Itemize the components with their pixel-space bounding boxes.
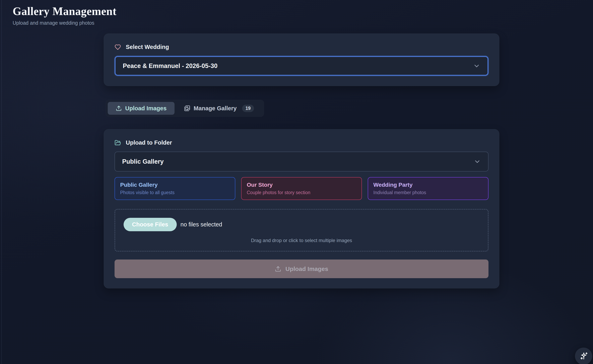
upload-images-button-label: Upload Images — [286, 266, 328, 272]
chevron-down-icon — [473, 62, 480, 70]
folder-card-public-gallery[interactable]: Public Gallery Photos visible to all gue… — [115, 177, 235, 200]
main-content: Select Wedding Peace & Emmanuel - 2026-0… — [104, 33, 499, 288]
folder-card-title: Wedding Party — [373, 182, 483, 188]
select-wedding-label: Select Wedding — [126, 44, 169, 50]
select-wedding-label-row: Select Wedding — [115, 44, 489, 50]
upload-icon — [275, 266, 281, 272]
folder-card-title: Public Gallery — [120, 182, 230, 188]
select-wedding-card: Select Wedding Peace & Emmanuel - 2026-0… — [104, 33, 499, 86]
folder-open-icon — [115, 140, 121, 146]
wedding-select-value: Peace & Emmanuel - 2026-05-30 — [123, 62, 217, 70]
left-edge-line — [1, 0, 2, 364]
sparkles-icon — [579, 351, 588, 361]
tab-manage-gallery[interactable]: Manage Gallery 19 — [176, 102, 262, 115]
images-icon — [184, 105, 190, 111]
page-subtitle: Upload and manage wedding photos — [13, 20, 117, 26]
gallery-tabs: Upload Images Manage Gallery 19 — [106, 100, 264, 117]
folder-select-value: Public Gallery — [122, 158, 164, 165]
wedding-select[interactable]: Peace & Emmanuel - 2026-05-30 — [115, 56, 489, 76]
upload-folder-label: Upload to Folder — [126, 139, 172, 146]
tab-upload-label: Upload Images — [125, 105, 167, 112]
folder-card-description: Individual member photos — [373, 190, 483, 195]
file-dropzone[interactable]: Choose Files no files selected Drag and … — [115, 209, 489, 252]
upload-images-button[interactable]: Upload Images — [115, 260, 489, 278]
folder-select[interactable]: Public Gallery — [115, 152, 489, 171]
folder-card-description: Photos visible to all guests — [120, 190, 230, 195]
upload-folder-label-row: Upload to Folder — [115, 139, 489, 146]
folder-card-description: Couple photos for story section — [247, 190, 356, 195]
upload-icon — [116, 105, 122, 111]
page-title: Gallery Management — [13, 5, 117, 18]
gallery-count-badge: 19 — [242, 105, 254, 112]
folder-card-our-story[interactable]: Our Story Couple photos for story sectio… — [241, 177, 362, 200]
file-selection-status: no files selected — [181, 221, 222, 228]
upload-card: Upload to Folder Public Gallery Public G… — [104, 129, 499, 288]
page-header: Gallery Management Upload and manage wed… — [13, 5, 117, 26]
folder-card-wedding-party[interactable]: Wedding Party Individual member photos — [368, 177, 489, 200]
file-input-row: Choose Files no files selected — [124, 218, 479, 231]
tab-upload-images[interactable]: Upload Images — [108, 102, 175, 115]
dropzone-hint: Drag and drop or click to select multipl… — [124, 238, 479, 243]
folder-options: Public Gallery Photos visible to all gue… — [115, 177, 489, 200]
choose-files-button[interactable]: Choose Files — [124, 218, 177, 231]
chevron-down-icon — [474, 158, 481, 165]
sparkles-fab-button[interactable] — [575, 348, 592, 364]
tab-manage-label: Manage Gallery — [194, 105, 236, 112]
heart-icon — [115, 44, 121, 50]
folder-card-title: Our Story — [247, 182, 356, 188]
